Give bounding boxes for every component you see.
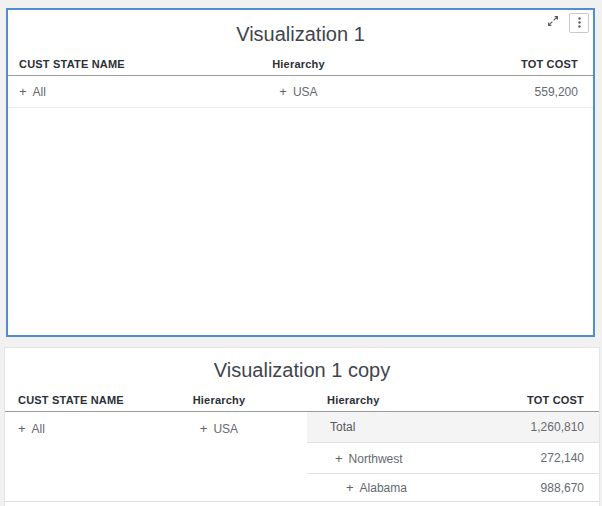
hierarchy-cell: +USA xyxy=(163,412,275,501)
expand-plus-icon[interactable]: + xyxy=(18,421,26,436)
tot-cost-cell: 1,260,810 xyxy=(449,420,599,434)
panel-toolbar xyxy=(544,13,589,33)
column-header-tot-cost: TOT COST xyxy=(449,394,599,406)
hierarchy-cell: +Northwest xyxy=(307,451,449,466)
column-header-cust-state-name: CUST STATE NAME xyxy=(8,58,205,70)
page-title: Visualization 1 xyxy=(8,10,593,46)
tot-cost-cell: 988,670 xyxy=(449,481,599,495)
hierarchy-label: Total xyxy=(307,420,449,434)
cust-state-cell: +All xyxy=(5,412,163,501)
table-row-northwest: +Northwest 272,140 xyxy=(307,443,599,474)
column-gap xyxy=(275,412,307,501)
hierarchy-cell: +USA xyxy=(205,84,391,99)
tot-cost-cell: 272,140 xyxy=(449,451,599,465)
column-header-hierarchy-2: Hierarchy xyxy=(307,394,449,406)
expand-plus-icon[interactable]: + xyxy=(335,451,343,466)
cust-state-label: All xyxy=(33,85,46,99)
tot-cost-cell: 559,200 xyxy=(392,85,593,99)
expand-plus-icon[interactable]: + xyxy=(200,421,208,436)
visualization-1-panel[interactable]: Visualization 1 CUST STATE NAME Hierarch… xyxy=(6,8,595,337)
column-header-cust-state-name: CUST STATE NAME xyxy=(5,394,163,406)
column-header-hierarchy-1: Hierarchy xyxy=(163,394,275,406)
expand-plus-icon[interactable]: + xyxy=(279,84,287,99)
expand-button[interactable] xyxy=(544,14,562,32)
table-header: CUST STATE NAME Hierarchy TOT COST xyxy=(8,53,593,76)
hierarchy-label: USA xyxy=(293,85,318,99)
cust-state-cell: +All xyxy=(8,84,205,99)
hierarchy-cell: +Alabama xyxy=(307,480,449,495)
menu-button[interactable] xyxy=(569,13,589,33)
table-row-alabama: +Alabama 988,670 xyxy=(307,474,599,501)
table-row: +All +USA 559,200 xyxy=(8,76,593,108)
expand-plus-icon[interactable]: + xyxy=(346,480,354,495)
cust-state-label: All xyxy=(32,422,45,436)
column-header-tot-cost: TOT COST xyxy=(392,58,593,70)
hierarchy-label: USA xyxy=(213,422,238,436)
expand-plus-icon[interactable]: + xyxy=(19,84,27,99)
hierarchy-subtable: Total 1,260,810 +Northwest 272,140 +Alab… xyxy=(307,412,599,501)
page-title: Visualization 1 copy xyxy=(5,348,599,382)
table-row-total: Total 1,260,810 xyxy=(307,412,599,443)
visualization-1-copy-panel[interactable]: Visualization 1 copy CUST STATE NAME Hie… xyxy=(4,347,600,506)
table-header: CUST STATE NAME Hierarchy Hierarchy TOT … xyxy=(5,388,599,412)
hierarchy-label: Northwest xyxy=(349,452,403,466)
hierarchy-label: Alabama xyxy=(360,481,407,495)
table-row-group: +All +USA Total 1,260,810 +Northwest 272… xyxy=(5,412,599,502)
kebab-icon xyxy=(578,14,581,32)
expand-icon xyxy=(546,14,560,32)
column-header-hierarchy: Hierarchy xyxy=(205,58,391,70)
